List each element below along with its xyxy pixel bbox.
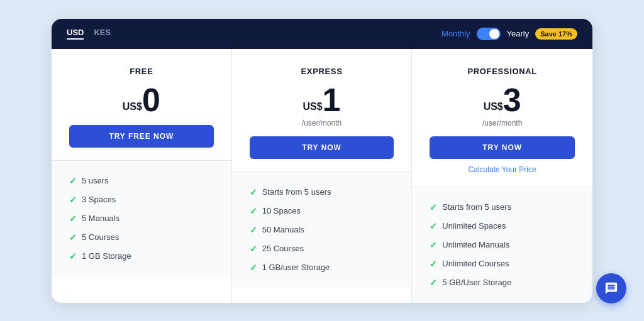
plan-professional-currency: US$ — [484, 101, 503, 112]
billing-yearly-label: Yearly — [507, 29, 530, 38]
check-icon: ✓ — [430, 202, 437, 212]
plan-professional-features: ✓ Starts from 5 users ✓ Unlimited Spaces… — [412, 187, 592, 303]
plan-free-price: US$ 0 — [69, 84, 214, 116]
calculate-price-link[interactable]: Calculate Your Price — [430, 165, 575, 174]
billing-toggle-switch[interactable] — [477, 28, 501, 40]
list-item: ✓ 5 GB/User Storage — [430, 278, 575, 288]
plan-professional-header: PROFESSIONAL US$ 3 /user/month TRY NOW C… — [412, 49, 592, 187]
check-icon: ✓ — [69, 232, 77, 242]
plan-express-header: EXPRESS US$ 1 /user/month TRY NOW — [232, 49, 412, 172]
plan-free-currency: US$ — [123, 101, 142, 112]
plan-express-features: ✓ Starts from 5 users ✓ 10 Spaces ✓ 50 M… — [232, 172, 412, 288]
chat-icon — [604, 281, 618, 295]
check-icon: ✓ — [430, 240, 437, 250]
plan-professional-name: PROFESSIONAL — [430, 67, 575, 76]
list-item: ✓ 5 Courses — [69, 232, 214, 242]
plan-express-cta[interactable]: TRY NOW — [250, 136, 394, 159]
plan-free-cta[interactable]: TRY FREE NOW — [69, 125, 214, 148]
list-item: ✓ 25 Courses — [250, 244, 394, 254]
plan-professional-price: US$ 3 — [430, 84, 575, 116]
list-item: ✓ 1 GB Storage — [69, 251, 214, 261]
chat-button[interactable] — [596, 273, 626, 303]
currency-tabs: USD KES — [67, 28, 111, 40]
plan-professional-amount: 3 — [503, 84, 521, 116]
currency-tab-usd[interactable]: USD — [67, 28, 84, 40]
check-icon: ✓ — [69, 251, 77, 261]
list-item: ✓ 50 Manuals — [250, 225, 394, 235]
list-item: ✓ 3 Spaces — [69, 195, 214, 205]
plan-professional-period: /user/month — [430, 119, 575, 128]
list-item: ✓ 1 GB/user Storage — [250, 263, 394, 273]
top-bar: USD KES Monthly Yearly Save 17% — [52, 19, 592, 49]
plan-free-header: FREE US$ 0 TRY FREE NOW — [52, 49, 231, 161]
list-item: ✓ 10 Spaces — [250, 206, 394, 216]
plan-express: EXPRESS US$ 1 /user/month TRY NOW ✓ Star… — [232, 49, 413, 303]
list-item: ✓ Starts from 5 users — [430, 202, 575, 212]
plan-express-currency: US$ — [303, 101, 322, 112]
list-item: ✓ Unlimited Courses — [430, 259, 575, 269]
currency-tab-kes[interactable]: KES — [94, 28, 111, 40]
check-icon: ✓ — [250, 244, 257, 254]
billing-toggle-group: Monthly Yearly Save 17% — [441, 28, 577, 40]
check-icon: ✓ — [430, 259, 437, 269]
plan-express-amount: 1 — [323, 84, 341, 116]
plan-professional: PROFESSIONAL US$ 3 /user/month TRY NOW C… — [412, 49, 592, 303]
plans-grid: FREE US$ 0 TRY FREE NOW ✓ 5 users ✓ 3 Sp… — [52, 49, 592, 303]
list-item: ✓ 5 Manuals — [69, 214, 214, 224]
check-icon: ✓ — [250, 263, 257, 273]
pricing-card: USD KES Monthly Yearly Save 17% FREE US$… — [52, 19, 592, 303]
check-icon: ✓ — [430, 221, 437, 231]
check-icon: ✓ — [250, 187, 257, 197]
plan-professional-cta[interactable]: TRY NOW — [430, 136, 575, 159]
save-badge: Save 17% — [535, 28, 577, 40]
list-item: ✓ Unlimited Manuals — [430, 240, 575, 250]
billing-monthly-label: Monthly — [441, 29, 470, 38]
list-item: ✓ Starts from 5 users — [250, 187, 394, 197]
check-icon: ✓ — [250, 206, 257, 216]
check-icon: ✓ — [69, 214, 77, 224]
plan-express-price: US$ 1 — [250, 84, 394, 116]
toggle-knob — [489, 29, 499, 39]
plan-express-period: /user/month — [250, 119, 394, 128]
check-icon: ✓ — [430, 278, 437, 288]
check-icon: ✓ — [250, 225, 257, 235]
check-icon: ✓ — [69, 176, 77, 186]
plan-free: FREE US$ 0 TRY FREE NOW ✓ 5 users ✓ 3 Sp… — [52, 49, 232, 303]
plan-express-name: EXPRESS — [250, 67, 394, 76]
check-icon: ✓ — [69, 195, 77, 205]
plan-free-name: FREE — [69, 67, 214, 76]
plan-free-features: ✓ 5 users ✓ 3 Spaces ✓ 5 Manuals ✓ 5 Cou… — [52, 161, 231, 276]
list-item: ✓ 5 users — [69, 176, 214, 186]
plan-free-amount: 0 — [142, 84, 160, 116]
list-item: ✓ Unlimited Spaces — [430, 221, 575, 231]
